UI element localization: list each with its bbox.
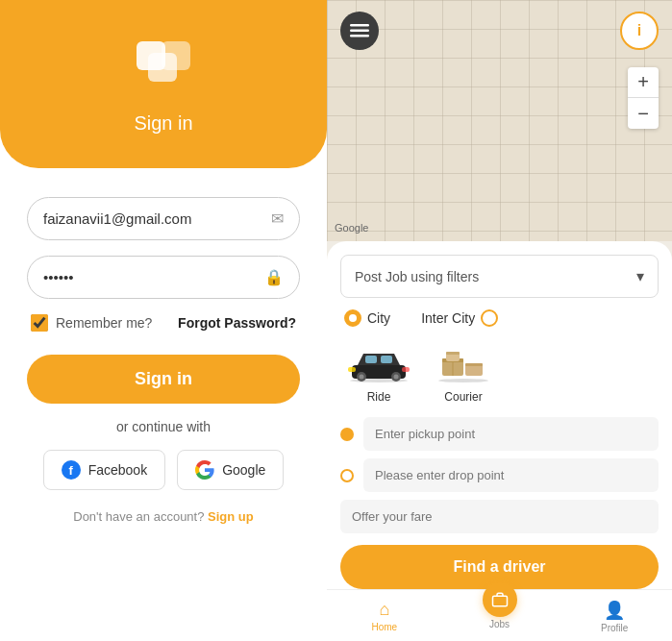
map-area: i + − Google bbox=[327, 0, 672, 241]
home-icon: ⌂ bbox=[379, 600, 389, 620]
home-label: Home bbox=[371, 622, 397, 632]
password-field-container: 🔒 bbox=[27, 256, 300, 299]
info-icon: i bbox=[637, 22, 641, 39]
svg-rect-15 bbox=[402, 367, 410, 372]
inter-city-radio[interactable] bbox=[481, 309, 498, 327]
svg-point-11 bbox=[360, 375, 364, 380]
svg-rect-3 bbox=[350, 24, 369, 27]
email-field-container: ✉ bbox=[27, 197, 300, 240]
sign-in-header: Sign in bbox=[0, 0, 327, 168]
facebook-login-button[interactable]: f Facebook bbox=[43, 450, 165, 490]
profile-label: Profile bbox=[601, 623, 628, 633]
post-job-label: Post Job using filters bbox=[355, 269, 479, 284]
radio-inner bbox=[349, 314, 357, 322]
pickup-input[interactable] bbox=[363, 417, 659, 451]
signup-text: Don't have an account? Sign up bbox=[27, 509, 300, 524]
briefcase-icon bbox=[491, 591, 509, 608]
email-icon: ✉ bbox=[271, 210, 284, 228]
bottom-panel: Post Job using filters ▾ City Inter City bbox=[327, 241, 672, 589]
map-zoom-controls: + − bbox=[628, 67, 659, 129]
left-panel: Sign in ✉ 🔒 Remember me? Forgot Password… bbox=[0, 0, 327, 641]
svg-rect-8 bbox=[365, 356, 377, 363]
nav-home[interactable]: ⌂ Home bbox=[327, 596, 442, 637]
menu-button[interactable] bbox=[340, 12, 379, 50]
right-panel: i + − Google Post Job using filters ▾ Ci… bbox=[327, 0, 672, 641]
info-button[interactable]: i bbox=[620, 12, 659, 50]
remember-checkbox[interactable] bbox=[31, 314, 48, 332]
city-intercity-row: City Inter City bbox=[340, 309, 659, 327]
forgot-password-link[interactable]: Forgot Password? bbox=[178, 315, 296, 331]
service-types: Ride Courier bbox=[340, 340, 659, 404]
courier-image bbox=[429, 340, 498, 386]
svg-rect-24 bbox=[492, 596, 507, 606]
svg-rect-9 bbox=[381, 356, 392, 363]
email-input[interactable] bbox=[43, 210, 263, 227]
google-watermark: Google bbox=[335, 222, 368, 234]
chevron-down-icon: ▾ bbox=[636, 267, 644, 285]
courier-label: Courier bbox=[444, 390, 482, 404]
sign-in-button[interactable]: Sign in bbox=[27, 355, 300, 404]
nav-profile[interactable]: 👤 Profile bbox=[557, 596, 672, 637]
profile-icon: 👤 bbox=[604, 600, 625, 621]
pickup-dot bbox=[340, 428, 354, 441]
ride-car-image bbox=[344, 340, 413, 386]
password-input[interactable] bbox=[43, 269, 257, 285]
sign-up-link[interactable]: Sign up bbox=[208, 509, 254, 524]
drop-dot bbox=[340, 469, 354, 482]
svg-rect-2 bbox=[162, 41, 190, 70]
svg-rect-4 bbox=[350, 30, 369, 33]
car-icon bbox=[346, 344, 411, 382]
post-job-dropdown[interactable]: Post Job using filters ▾ bbox=[340, 255, 659, 298]
zoom-in-button[interactable]: + bbox=[628, 67, 659, 98]
nav-jobs[interactable]: Jobs bbox=[442, 596, 558, 637]
inter-city-label: Inter City bbox=[421, 310, 475, 326]
google-label: Google bbox=[222, 462, 265, 478]
drop-row bbox=[340, 458, 659, 492]
hamburger-icon bbox=[350, 24, 369, 37]
ride-service-card[interactable]: Ride bbox=[344, 340, 413, 404]
map-top-bar: i bbox=[327, 12, 672, 50]
remember-left: Remember me? bbox=[31, 314, 152, 332]
city-label: City bbox=[367, 310, 390, 326]
city-option[interactable]: City bbox=[344, 309, 390, 327]
bottom-nav: ⌂ Home Jobs 👤 Profile bbox=[327, 589, 672, 641]
remember-label: Remember me? bbox=[56, 315, 152, 331]
app-logo bbox=[129, 34, 198, 103]
svg-rect-21 bbox=[465, 363, 483, 366]
sign-in-title: Sign in bbox=[134, 112, 192, 135]
jobs-center-icon bbox=[483, 582, 517, 617]
sign-in-form: ✉ 🔒 Remember me? Forgot Password? Sign i… bbox=[0, 168, 327, 641]
google-login-button[interactable]: Google bbox=[177, 450, 284, 490]
courier-service-card[interactable]: Courier bbox=[429, 340, 498, 404]
courier-icon bbox=[435, 344, 492, 382]
no-account-text: Don't have an account? bbox=[73, 509, 204, 524]
google-icon bbox=[195, 460, 214, 480]
or-text: or continue with bbox=[27, 419, 300, 434]
pickup-row bbox=[340, 417, 659, 451]
city-radio[interactable] bbox=[344, 309, 361, 327]
remember-row: Remember me? Forgot Password? bbox=[27, 314, 300, 332]
social-buttons: f Facebook Google bbox=[27, 450, 300, 490]
fare-input[interactable] bbox=[340, 500, 659, 533]
facebook-icon: f bbox=[62, 460, 81, 480]
lock-icon: 🔒 bbox=[264, 268, 284, 286]
jobs-label: Jobs bbox=[489, 619, 510, 629]
svg-rect-5 bbox=[350, 35, 369, 37]
svg-point-13 bbox=[394, 375, 399, 380]
svg-rect-14 bbox=[348, 367, 356, 372]
facebook-label: Facebook bbox=[88, 462, 147, 478]
zoom-out-button[interactable]: − bbox=[628, 98, 659, 129]
svg-rect-23 bbox=[446, 352, 460, 355]
ride-label: Ride bbox=[367, 390, 391, 404]
inter-city-option[interactable]: Inter City bbox=[421, 309, 498, 327]
drop-input[interactable] bbox=[363, 458, 659, 492]
svg-point-16 bbox=[438, 379, 488, 382]
